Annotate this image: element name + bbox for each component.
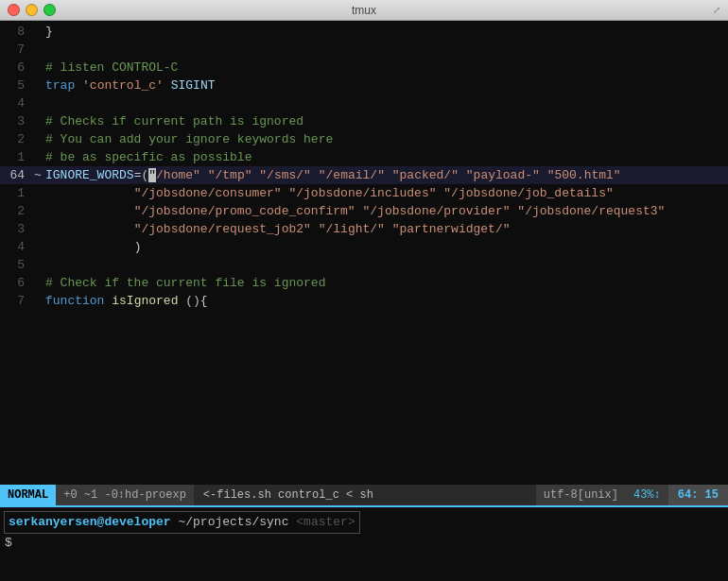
code-line: 3 "/jobsdone/request_job2" "/light/" "pa… [0,220,728,238]
prompt-dollar: $ [5,536,724,550]
code-line: 7 [0,41,728,59]
file-info: <-files.sh control_c < sh [194,488,536,502]
vim-mode: NORMAL [0,485,56,505]
resize-icon: ⤢ [713,5,720,16]
status-right: utf-8[unix] 43% ↕ 64: 15 [536,485,728,505]
code-line: 7 function isIgnored (){ [0,292,728,310]
code-line: 6 # listen CONTROL-C [0,59,728,77]
cursor-position: 64: 15 [668,485,728,505]
code-line: 3 # Checks if current path is ignored [0,112,728,130]
prompt-branch: <master> [296,515,355,529]
code-line: 4 [0,94,728,112]
window-controls [8,4,56,16]
shell-area[interactable]: serkanyersen@developer ~/projects/sync <… [0,505,728,581]
prompt-dir: ~/projects/sync [178,515,288,529]
status-bar: NORMAL +0 ~1 -0 ↕ hd-proexp <-files.sh c… [0,485,728,505]
close-button[interactable] [8,4,20,16]
code-line: 8 } [0,23,728,41]
maximize-button[interactable] [43,4,56,16]
window-title: tmux [352,4,376,17]
code-line: 1 # be as specific as possible [0,148,728,166]
terminal[interactable]: 8 } 7 6 # listen CONTROL-C 5 trap 'contr… [0,21,728,581]
prompt-box: serkanyersen@developer ~/projects/sync <… [4,511,360,534]
minimize-button[interactable] [26,4,38,16]
shell-prompt: serkanyersen@developer ~/projects/sync <… [4,511,724,534]
prompt-user: serkanyersen@developer [9,515,171,529]
code-line: 2 # You can add your ignore keywords her… [0,130,728,148]
code-line: 2 "/jobsdone/promo_code_confirm" "/jobsd… [0,202,728,220]
code-line: 5 [0,256,728,274]
code-line: 6 # Check if the current file is ignored [0,274,728,292]
titlebar: tmux ⤢ [0,0,728,21]
editor-area[interactable]: 8 } 7 6 # listen CONTROL-C 5 trap 'contr… [0,21,728,485]
code-line: 1 "/jobsdone/consumer" "/jobsdone/includ… [0,184,728,202]
git-status: +0 ~1 -0 ↕ hd-proexp [56,485,194,505]
scroll-percent: 43% ↕ [626,485,668,505]
code-line: 5 trap 'control_c' SIGINT [0,77,728,94]
current-code-line: 64 ~ IGNORE_WORDS=("/home" "/tmp" "/sms/… [0,166,728,184]
encoding-info: utf-8[unix] [536,485,626,505]
code-line: 4 ) [0,238,728,256]
